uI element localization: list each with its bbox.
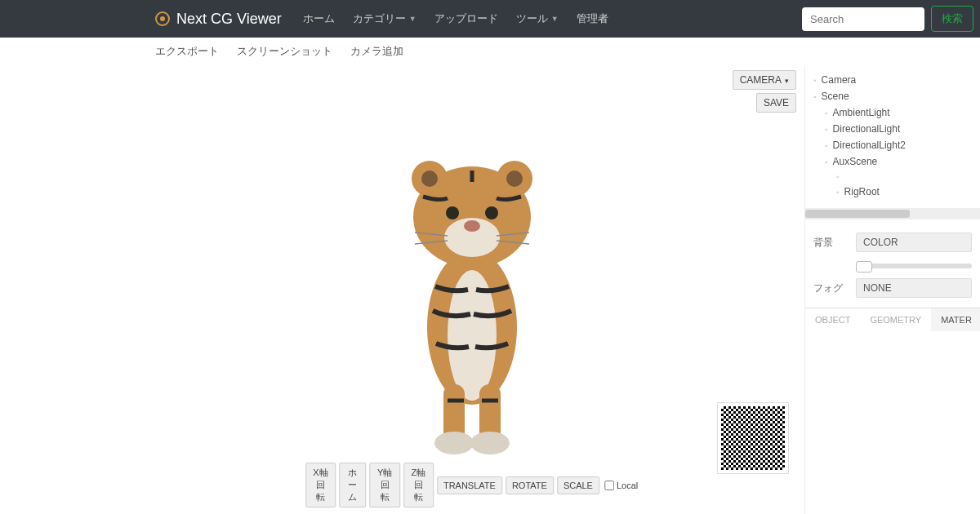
translate-button[interactable]: TRANSLATE <box>437 476 502 494</box>
rotate-button[interactable]: ROTATE <box>506 476 554 494</box>
background-slider-row <box>805 257 980 273</box>
tree-item-rigroot[interactable]: ◦RigRoot <box>813 184 975 200</box>
model-preview <box>366 140 578 458</box>
z-rotate-button[interactable]: Z軸回転 <box>403 463 434 507</box>
chevron-down-icon: ▾ <box>785 77 789 85</box>
qr-code <box>718 403 788 473</box>
x-rotate-button[interactable]: X軸回転 <box>305 463 336 507</box>
tree-item-camera[interactable]: ◦Camera <box>813 72 975 88</box>
svg-point-8 <box>464 220 480 232</box>
subbar-export[interactable]: エクスポート <box>155 44 219 59</box>
tree-item-ambientlight[interactable]: ◦AmbientLight <box>813 104 975 121</box>
side-panel: ◦Camera ◦Scene ◦AmbientLight ◦Directiona… <box>804 65 980 514</box>
scene-tree: ◦Camera ◦Scene ◦AmbientLight ◦Directiona… <box>805 65 980 205</box>
camera-dropdown-button[interactable]: CAMERA▾ <box>733 70 796 90</box>
brand-icon <box>155 11 170 26</box>
svg-point-14 <box>470 432 510 454</box>
fog-row: フォグ NONE <box>805 273 980 303</box>
nav-home[interactable]: ホーム <box>296 7 341 31</box>
brand[interactable]: Next CG Viewer <box>155 11 282 28</box>
background-label: 背景 <box>813 236 846 250</box>
home-button[interactable]: ホーム <box>339 463 366 507</box>
tree-item-directionallight[interactable]: ◦DirectionalLight <box>813 121 975 137</box>
local-checkbox[interactable] <box>604 481 614 490</box>
y-rotate-button[interactable]: Y軸回転 <box>370 463 400 507</box>
background-value[interactable]: COLOR <box>856 233 972 252</box>
viewport-bottom-toolbar: X軸回転 ホーム Y軸回転 Z軸回転 TRANSLATE ROTATE SCAL… <box>305 463 639 507</box>
scale-button[interactable]: SCALE <box>557 476 599 494</box>
chevron-down-icon: ▼ <box>409 15 416 23</box>
nav-tools[interactable]: ツール▼ <box>510 7 565 31</box>
tab-geometry[interactable]: GEOMETRY <box>860 308 931 331</box>
svg-point-13 <box>434 432 474 454</box>
svg-point-4 <box>421 171 438 187</box>
tab-object[interactable]: OBJECT <box>805 308 860 331</box>
chevron-down-icon: ▼ <box>551 15 559 23</box>
svg-point-10 <box>485 206 498 219</box>
sub-toolbar: エクスポート スクリーンショット カメラ追加 <box>0 38 980 65</box>
save-button[interactable]: SAVE <box>756 93 796 113</box>
nav-category[interactable]: カテゴリー▼ <box>346 7 423 31</box>
background-slider[interactable] <box>856 264 972 268</box>
nav-links: ホーム カテゴリー▼ アップロード ツール▼ 管理者 <box>296 7 615 31</box>
svg-point-6 <box>506 171 523 187</box>
tree-scrollbar[interactable] <box>805 208 980 219</box>
subbar-screenshot[interactable]: スクリーンショット <box>237 44 332 59</box>
svg-point-9 <box>446 206 459 219</box>
search-input[interactable] <box>802 7 924 31</box>
tree-item-auxscene[interactable]: ◦AuxScene <box>813 153 975 170</box>
nav-upload[interactable]: アップロード <box>428 7 505 31</box>
nav-admin[interactable]: 管理者 <box>570 7 615 31</box>
search-button[interactable]: 検索 <box>931 6 973 32</box>
local-toggle[interactable]: Local <box>604 481 638 490</box>
top-navbar: Next CG Viewer ホーム カテゴリー▼ アップロード ツール▼ 管理… <box>0 0 980 38</box>
fog-value[interactable]: NONE <box>856 278 972 298</box>
subbar-addcamera[interactable]: カメラ追加 <box>350 44 403 59</box>
main-layout: CAMERA▾ SAVE <box>0 65 980 514</box>
brand-label: Next CG Viewer <box>176 11 282 28</box>
tab-material[interactable]: MATER <box>931 308 980 331</box>
tree-item-scene[interactable]: ◦Scene <box>813 88 975 104</box>
viewport-3d[interactable]: CAMERA▾ SAVE <box>139 65 804 514</box>
background-row: 背景 COLOR <box>805 228 980 257</box>
tree-item-empty[interactable]: ◦ <box>813 170 975 184</box>
fog-label: フォグ <box>813 281 846 295</box>
property-tabs: OBJECT GEOMETRY MATER <box>805 308 980 331</box>
tree-item-directionallight2[interactable]: ◦DirectionalLight2 <box>813 137 975 153</box>
